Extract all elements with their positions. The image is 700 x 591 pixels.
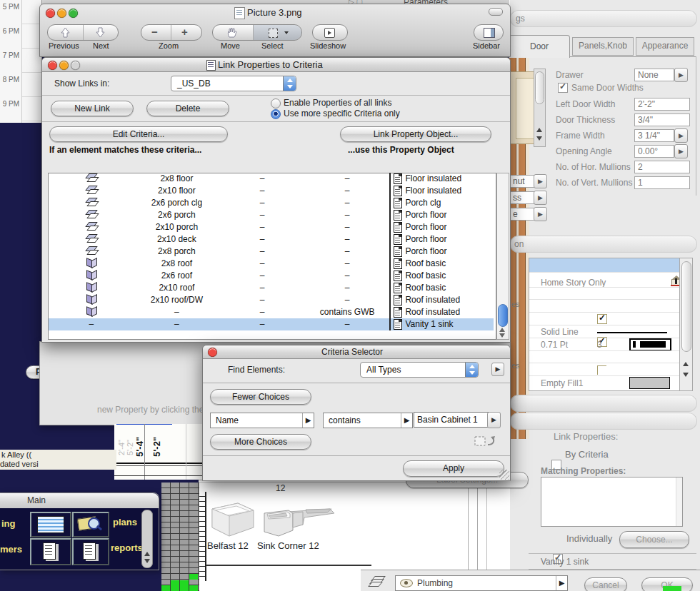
close-button[interactable] — [48, 61, 57, 70]
table-row[interactable]: 2x10 roof/DW––Roof insulated — [49, 294, 494, 306]
tab-panels-knob[interactable]: Panels,Knob — [572, 37, 634, 56]
scroll-up-arrow[interactable] — [499, 328, 505, 332]
table-row[interactable]: 2x6 porch––Porch floor — [49, 209, 494, 221]
drawer-arrow-button[interactable]: ▶ — [674, 68, 688, 82]
door-thickness-value[interactable]: 3/4" — [634, 113, 690, 126]
scroll-down-arrow[interactable] — [499, 333, 505, 338]
close-button[interactable] — [46, 9, 55, 18]
selected-attribute-row[interactable] — [529, 258, 679, 272]
partial-popup-arrow[interactable]: ▶ — [534, 191, 547, 205]
scroll-up-arrow[interactable] — [144, 552, 150, 556]
use-specific-criteria-radio[interactable] — [271, 109, 281, 119]
select-marquee-icon[interactable] — [269, 29, 278, 38]
hand-icon[interactable] — [227, 27, 237, 38]
same-door-widths-checkbox[interactable] — [558, 83, 568, 93]
frame-width-value[interactable]: 3 1/4" — [634, 129, 674, 142]
library-item-belfast[interactable] — [209, 500, 256, 539]
find-elements-popup[interactable]: All Types — [360, 362, 479, 378]
tab-door[interactable]: Door — [509, 35, 570, 58]
criterion-operator-popup[interactable]: contains ▶ — [323, 413, 413, 428]
left-door-width-value[interactable]: 2'-2" — [634, 98, 690, 111]
main-window-scroll-edge[interactable] — [141, 510, 153, 568]
partial-popup-arrow[interactable]: ▶ — [534, 174, 547, 188]
table-row[interactable]: 2x8 porch––Porch floor — [49, 246, 494, 258]
fewer-choices-button[interactable]: Fewer Choices — [210, 389, 311, 405]
minimize-button[interactable] — [57, 9, 66, 18]
attributes-scrollbar[interactable] — [679, 258, 693, 390]
find-elements-expand-button[interactable]: ▶ — [491, 363, 504, 376]
partial-popup-ss[interactable]: ss — [509, 191, 535, 204]
enable-all-links-radio[interactable] — [271, 98, 281, 108]
table-scrollbar[interactable] — [496, 173, 509, 340]
apply-button[interactable]: Apply — [403, 460, 504, 477]
arrow-up-icon[interactable] — [60, 27, 71, 38]
criterion-value-arrow-button[interactable]: ▶ — [487, 412, 501, 428]
attribute-checkbox-1[interactable] — [597, 314, 607, 324]
choose-button[interactable]: Choose... — [619, 531, 689, 548]
zoom-out-icon[interactable]: − — [151, 26, 158, 38]
resize-grip[interactable] — [499, 470, 509, 480]
table-row[interactable]: ––contains GWBRoof insulated — [49, 306, 494, 318]
delete-button[interactable]: Delete — [146, 101, 229, 116]
criterion-value-field[interactable]: Basin Cabinet 1 — [414, 412, 489, 428]
preview-scrollbar[interactable] — [534, 69, 546, 147]
layer-popup[interactable]: Plumbing ▶ — [395, 575, 568, 591]
library-item-sink-corner[interactable] — [261, 503, 336, 539]
table-row[interactable]: 2x10 roof––Roof basic — [49, 282, 494, 294]
table-row[interactable]: 2x8 floor––Floor insulated — [49, 173, 494, 185]
criterion-field-popup[interactable]: Name ▶ — [210, 413, 314, 428]
scroll-down-arrow[interactable] — [144, 559, 150, 563]
dialog-titlebar[interactable]: Criteria Selector — [203, 345, 510, 359]
scrollbar-thumb[interactable] — [681, 261, 691, 352]
attributes-listbox[interactable]: Home Story Only Solid Line 0.71 Pt 3 Emp… — [529, 258, 693, 391]
schedule-grid[interactable] — [161, 483, 199, 591]
table-row[interactable]: 2x6 roof––Roof basic — [49, 270, 494, 282]
scrollbar-thumb[interactable] — [535, 71, 544, 104]
zoom-window-button[interactable] — [69, 9, 78, 18]
zoom-window-button[interactable] — [71, 61, 80, 70]
close-button[interactable] — [208, 348, 217, 357]
scrollbar-thumb[interactable] — [498, 304, 508, 327]
select-dropdown-arrow[interactable] — [284, 31, 289, 34]
table-row[interactable]: 2x6 porch clg––Porch clg — [49, 197, 494, 209]
opening-angle-value[interactable]: 0.00° — [634, 145, 674, 158]
collapsed-section-bar[interactable] — [510, 395, 697, 412]
toolbar-toggle-button[interactable] — [489, 8, 503, 16]
partial-popup-arrow[interactable]: ▶ — [534, 207, 547, 221]
minimize-button[interactable] — [59, 61, 69, 70]
library-item-label[interactable]: Sink Corner 12 — [257, 540, 319, 551]
edit-criteria-button[interactable]: Edit Criteria... — [49, 126, 228, 142]
pen-color-swatch[interactable] — [629, 338, 671, 351]
more-choices-button[interactable]: More Choices — [210, 434, 311, 450]
cancel-button[interactable]: Cancel — [584, 577, 627, 591]
find-plans-button[interactable] — [72, 512, 109, 537]
table-row[interactable]: 2x10 floor––Floor insulated — [49, 185, 494, 197]
link-property-object-button[interactable]: Link Property Object... — [340, 126, 491, 142]
section-header-floor-plan[interactable]: on — [510, 236, 697, 253]
show-links-popup[interactable]: _US_DB — [171, 76, 296, 91]
hor-mullions-value[interactable]: 2 — [634, 161, 690, 173]
drawer-value[interactable]: None — [634, 69, 674, 81]
partial-popup-e[interactable]: e — [509, 208, 535, 221]
slideshow-button[interactable] — [312, 24, 348, 41]
reports-tool-button-1[interactable] — [30, 538, 71, 565]
partial-popup-walnut[interactable]: nut — [509, 175, 535, 188]
dialog-titlebar[interactable]: Link Properties to Criteria — [42, 58, 510, 72]
scroll-down-arrow[interactable] — [683, 373, 689, 377]
spreadsheet-tool-button[interactable] — [30, 512, 71, 537]
textarea-scrollbar[interactable] — [676, 478, 682, 526]
section-header-settings[interactable]: gs — [510, 10, 697, 27]
scroll-down-arrow[interactable] — [536, 136, 542, 141]
collapsed-section-bar[interactable] — [510, 413, 697, 430]
sidebar-button[interactable] — [474, 24, 504, 41]
table-row[interactable]: 2x10 porch––Porch floor — [49, 221, 494, 233]
zoom-in-icon[interactable]: + — [181, 26, 188, 38]
scroll-up-arrow[interactable] — [683, 362, 689, 366]
arrow-down-icon[interactable] — [95, 27, 106, 38]
frame-width-arrow-button[interactable]: ▶ — [674, 128, 688, 143]
table-row[interactable]: 2x10 deck––Porch floor — [49, 233, 494, 246]
matching-properties-textarea[interactable] — [541, 477, 683, 527]
reports-tool-button-2[interactable] — [72, 538, 109, 565]
new-link-button[interactable]: New Link — [51, 101, 134, 116]
tab-appearance[interactable]: Appearance — [636, 37, 694, 56]
